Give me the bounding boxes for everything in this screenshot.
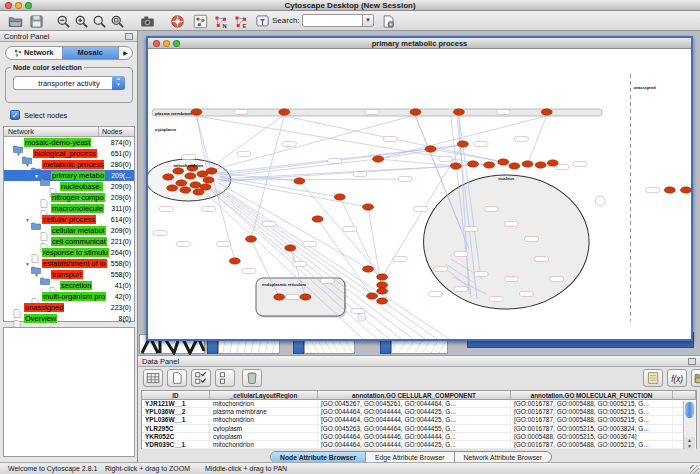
network-node[interactable] <box>522 161 533 167</box>
col-cellular-component[interactable]: annotation.GO CELLULAR_COMPONENT <box>318 391 511 399</box>
tree-node-label[interactable]: unassigned <box>24 303 64 312</box>
table-row[interactable]: YJR121W__1mitochondrion[GO:0045267, GO:0… <box>142 400 696 408</box>
tree-node-label[interactable]: cell communicat <box>51 237 107 246</box>
col-molecular-function[interactable]: annotation.GO MOLECULAR_FUNCTION <box>511 391 673 399</box>
new-attribute-button[interactable] <box>167 369 187 387</box>
tree-row[interactable]: ▼biological_process651(0) <box>4 148 134 159</box>
expander-triangle-icon[interactable]: ▼ <box>33 173 40 179</box>
tree-node-label[interactable]: metabolic process <box>42 160 104 169</box>
tree-row[interactable]: mosaic-demo-yeast874(0) <box>4 137 134 148</box>
tree-row[interactable]: secretion41(0) <box>4 280 134 291</box>
network-node[interactable] <box>535 162 546 168</box>
scrollbar-thumb[interactable] <box>685 402 694 418</box>
network-node[interactable] <box>300 294 311 300</box>
search-dropdown-icon[interactable]: ▼ <box>362 15 373 26</box>
network-edit-edges-button[interactable]: E <box>232 13 249 29</box>
col-region[interactable]: _cellularLayoutRegion <box>210 391 318 399</box>
zoom-out-button[interactable] <box>55 13 72 29</box>
select-stepper-icon[interactable]: ▲▼ <box>112 76 125 90</box>
select-attributes-button[interactable] <box>191 369 211 387</box>
network-node[interactable] <box>450 163 461 169</box>
tab-network[interactable]: Network <box>6 47 62 59</box>
tree-node-label[interactable]: biological_process <box>33 149 97 158</box>
tree-row[interactable]: cellular metabol209(0) <box>4 225 134 236</box>
network-node[interactable] <box>173 168 184 174</box>
table-row[interactable]: YLR295Ccytoplasm[GO:0045263, GO:0044464,… <box>142 425 696 433</box>
self-loop-edge[interactable] <box>595 196 605 206</box>
tree-row[interactable]: response to stimulu264(0) <box>4 247 134 258</box>
tree-row[interactable]: nitrogen compo209(0) <box>4 192 134 203</box>
network-node[interactable] <box>294 178 305 184</box>
network-node[interactable] <box>362 204 373 210</box>
tree-row[interactable]: ▼cellular process614(0) <box>4 214 134 225</box>
more-tabs-arrow-icon[interactable]: ▶ <box>119 47 132 59</box>
table-scrollbar[interactable]: ▲▼ <box>683 401 695 449</box>
tree-row[interactable]: Overview8(0) <box>4 313 134 324</box>
zoom-in-button[interactable] <box>73 13 90 29</box>
network-edit-nodes-button[interactable]: N <box>212 13 229 29</box>
network-node[interactable] <box>453 109 464 115</box>
network-node[interactable] <box>457 141 468 147</box>
float-panel-icon[interactable] <box>125 33 133 40</box>
close-view-button[interactable] <box>153 40 160 47</box>
search-input[interactable]: ▼ <box>302 14 374 27</box>
network-node[interactable] <box>367 293 378 299</box>
tree-row[interactable]: ▼primary metabo209(... <box>4 170 134 181</box>
network-node[interactable] <box>362 266 373 272</box>
tree-node-label[interactable]: transport <box>51 270 83 279</box>
network-node[interactable] <box>176 180 187 186</box>
tree-node-label[interactable]: nitrogen compo <box>51 193 105 202</box>
self-loop-edge[interactable] <box>358 313 366 321</box>
snapshot-camera-button[interactable] <box>139 13 156 29</box>
expander-triangle-icon[interactable]: ▼ <box>24 261 31 267</box>
tree-row[interactable]: ▼establishment of lo558(0) <box>4 258 134 269</box>
tab-network-attribute-browser[interactable]: Network Attribute Browser <box>455 452 552 462</box>
network-node[interactable] <box>334 194 345 200</box>
help-lifering-button[interactable] <box>169 13 186 29</box>
network-node[interactable] <box>245 236 256 242</box>
tree-node-label[interactable]: cellular metabol <box>51 226 106 235</box>
network-node[interactable] <box>206 168 217 174</box>
search-options-button[interactable] <box>380 13 397 29</box>
network-node[interactable] <box>484 162 495 168</box>
network-node[interactable] <box>200 184 211 190</box>
network-node[interactable] <box>285 245 296 251</box>
network-graph[interactable]: plasma membranecytoplasmmitochondrionnuc… <box>148 49 691 339</box>
network-node[interactable] <box>680 187 691 193</box>
network-node[interactable] <box>185 173 196 179</box>
table-row[interactable]: YDR039C__1mitochondrion[GO:0044464, GO:0… <box>142 441 696 449</box>
tab-mosaic[interactable]: Mosaic <box>62 47 120 59</box>
tab-node-attribute-browser[interactable]: Node Attribute Browser <box>271 452 366 462</box>
tree-node-label[interactable]: macromolecule <box>51 204 104 213</box>
tree-node-label[interactable]: primary metabo <box>51 171 105 180</box>
tree-row[interactable]: unassigned223(0) <box>4 302 134 313</box>
tree-node-label[interactable]: establishment of lo <box>42 259 107 268</box>
tree-node-label[interactable]: response to stimulu <box>42 248 109 257</box>
network-edge[interactable] <box>340 197 382 285</box>
zoom-selected-button[interactable] <box>91 13 108 29</box>
select-nodes-checkbox[interactable]: ✓ <box>10 110 20 120</box>
network-edge[interactable] <box>527 116 546 164</box>
tree-col-divider[interactable] <box>98 127 99 137</box>
network-node[interactable] <box>425 146 436 152</box>
network-node[interactable] <box>373 156 384 162</box>
unselect-attributes-button[interactable] <box>215 369 235 387</box>
network-node[interactable] <box>498 159 509 165</box>
network-node[interactable] <box>274 294 285 300</box>
tree-row[interactable]: multi-organism pro42(0) <box>4 291 134 302</box>
formula-builder-button[interactable]: f(x) <box>667 369 687 387</box>
zoom-view-button[interactable] <box>173 40 180 47</box>
tree-node-label[interactable]: cellular process <box>42 215 96 224</box>
resize-grip[interactable] <box>690 465 699 474</box>
table-row[interactable]: YPL036W__2plasma membrane[GO:0044464, GO… <box>142 408 696 416</box>
network-node[interactable] <box>377 288 388 294</box>
tree-row[interactable]: ▼metabolic process280(0) <box>4 159 134 170</box>
network-node[interactable] <box>279 109 290 115</box>
tab-edge-attribute-browser[interactable]: Edge Attribute Browser <box>366 452 455 462</box>
tree-node-label[interactable]: nucleobase- <box>60 182 103 191</box>
col-id[interactable]: ID <box>142 391 210 399</box>
network-node[interactable] <box>541 109 552 115</box>
filter-window-button[interactable] <box>254 13 271 29</box>
network-node[interactable] <box>163 174 174 180</box>
network-node[interactable] <box>410 109 421 115</box>
